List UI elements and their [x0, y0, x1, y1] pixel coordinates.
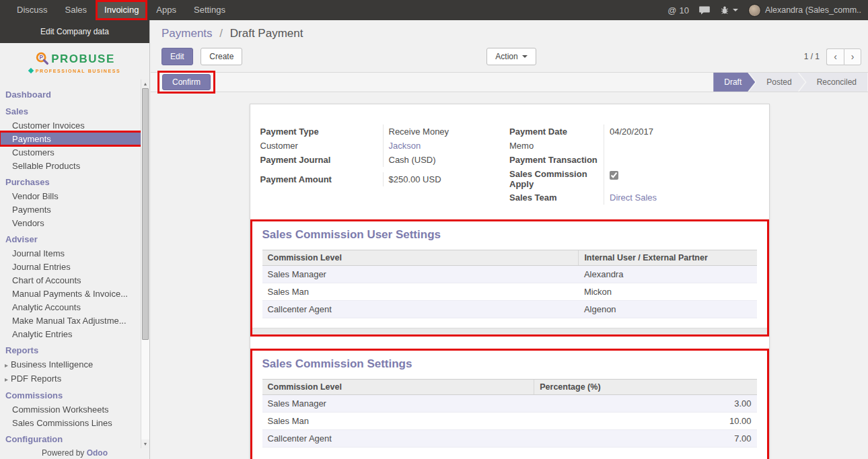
- table-row-sales-manager[interactable]: Sales Manager3.00: [262, 395, 757, 413]
- sales-commission-apply-checkbox[interactable]: [610, 171, 618, 180]
- sidebar-item-manual-payments-invoice[interactable]: Manual Payments & Invoice...: [0, 287, 141, 300]
- link-jackson[interactable]: Jackson: [389, 141, 421, 151]
- sidebar-nav: DashboardSalesCustomer InvoicesPaymentsC…: [0, 81, 141, 446]
- at-icon: @: [667, 5, 676, 15]
- link-direct-sales[interactable]: Direct Sales: [610, 192, 657, 203]
- field-label-sales-commission-apply: Sales Commission Apply: [509, 167, 604, 190]
- table-row-sales-manager[interactable]: Sales ManagerAlexandra: [262, 266, 757, 283]
- menu-invoicing[interactable]: Invoicing: [96, 0, 147, 20]
- sidebar-item-pdf-reports[interactable]: ▸PDF Reports: [0, 372, 141, 386]
- messages-button[interactable]: [699, 6, 710, 15]
- user-menu[interactable]: Alexandra (Sales_comm..: [748, 4, 861, 17]
- sidebar-item-customer-invoices[interactable]: Customer Invoices: [0, 118, 141, 132]
- control-panel-buttons: Edit Create Action 1 / 1 ‹ ›: [161, 48, 861, 65]
- expand-caret-icon: ▸: [5, 376, 8, 383]
- sidebar-item-payments[interactable]: Payments: [0, 203, 141, 216]
- breadcrumb-current: Draft Payment: [230, 27, 303, 40]
- field-row-sales-team: Sales TeamDirect Sales: [509, 190, 759, 205]
- pager-next-button[interactable]: ›: [844, 48, 861, 65]
- sidebar-item-business-intelligence[interactable]: ▸Business Intelligence: [0, 357, 141, 372]
- powered-by: Powered by Odoo: [0, 448, 149, 458]
- sidebar-item-chart-of-accounts[interactable]: Chart of Accounts: [0, 273, 141, 287]
- table-cell: Sales Man: [262, 413, 534, 430]
- sidebar-section-sales[interactable]: Sales: [0, 104, 141, 118]
- chat-bubble-icon: [699, 6, 710, 15]
- column-header-commission-level[interactable]: Commission Level: [262, 250, 579, 266]
- sidebar-section-dashboard[interactable]: Dashboard: [0, 87, 141, 102]
- column-header-percentage[interactable]: Percentage (%): [534, 380, 757, 395]
- field-row-payment-transaction: Payment Transaction: [509, 153, 759, 167]
- action-dropdown[interactable]: Action: [486, 48, 536, 65]
- odoo-link[interactable]: Odoo: [87, 448, 108, 458]
- table-cell: Sales Manager: [262, 266, 579, 283]
- sidebar-section-reports[interactable]: Reports: [0, 343, 141, 357]
- column-header-internal-user-external-partner[interactable]: Internal User / External Partner: [579, 250, 757, 266]
- cp-left-buttons: Edit Create: [161, 48, 242, 65]
- sidebar-section-commissions[interactable]: Commissions: [0, 388, 141, 402]
- nav-label: Business Intelligence: [11, 359, 93, 369]
- pager: 1 / 1 ‹ ›: [804, 48, 861, 65]
- nav-label: Dashboard: [5, 90, 51, 100]
- sidebar-section-configuration[interactable]: Configuration: [0, 432, 141, 446]
- confirm-annotation-box: Confirm: [157, 71, 215, 94]
- sidebar-item-make-manual-tax-adjustme[interactable]: Make Manual Tax Adjustme...: [0, 314, 141, 327]
- sidebar-section-adviser[interactable]: Adviser: [0, 232, 141, 246]
- sidebar-item-analytic-entries[interactable]: Analytic Entries: [0, 327, 141, 341]
- scroll-up-button[interactable]: ▲: [141, 79, 149, 88]
- sidebar-section-purchases[interactable]: Purchases: [0, 175, 141, 189]
- cube-icon: [28, 68, 34, 73]
- sidebar-item-analytic-accounts[interactable]: Analytic Accounts: [0, 300, 141, 314]
- nav-label: Sales Commissions Lines: [12, 418, 112, 428]
- field-row-payment-journal: Payment JournalCash (USD): [260, 153, 510, 167]
- sidebar-item-vendor-bills[interactable]: Vendor Bills: [0, 189, 141, 203]
- create-button[interactable]: Create: [201, 48, 242, 65]
- pager-previous-button[interactable]: ‹: [826, 48, 844, 65]
- avatar: [748, 4, 761, 17]
- menu-apps[interactable]: Apps: [147, 0, 185, 20]
- field-label-payment-journal: Payment Journal: [260, 153, 383, 167]
- field-value-payment-amount: $250.00 USD: [383, 172, 510, 186]
- edit-button[interactable]: Edit: [161, 48, 193, 65]
- debug-menu[interactable]: [720, 5, 738, 15]
- table-row-sales-man[interactable]: Sales ManMickon: [262, 283, 757, 301]
- confirm-button[interactable]: Confirm: [162, 74, 211, 90]
- table-row-sales-man[interactable]: Sales Man10.00: [262, 413, 757, 430]
- user-name: Alexandra (Sales_comm..: [765, 5, 861, 15]
- sidebar-item-payments[interactable]: Payments: [0, 132, 141, 145]
- field-grid: Payment TypeReceive MoneyCustomerJackson…: [260, 125, 759, 205]
- menu-sales[interactable]: Sales: [57, 0, 96, 20]
- sidebar-item-sellable-products[interactable]: Sellable Products: [0, 159, 141, 172]
- sidebar-item-journal-entries[interactable]: Journal Entries: [0, 260, 141, 273]
- nav-label: Configuration: [5, 434, 63, 444]
- sidebar-item-sales-commissions-lines[interactable]: Sales Commissions Lines: [0, 416, 141, 429]
- mentions-counter[interactable]: @ 10: [667, 5, 689, 15]
- table-row-callcenter-agent[interactable]: Callcenter AgentAlgenon: [262, 301, 757, 318]
- commission-settings-section: Sales Commission Settings Commission Lev…: [250, 349, 769, 459]
- nav-label: Make Manual Tax Adjustme...: [12, 316, 126, 326]
- sidebar-item-customers[interactable]: Customers: [0, 145, 141, 159]
- statusbar-pipeline: DraftPostedReconciled: [713, 73, 867, 92]
- table-header-row: Commission LevelPercentage (%): [262, 380, 757, 395]
- section-title-settings: Sales Commission Settings: [262, 357, 757, 371]
- sidebar-item-journal-items[interactable]: Journal Items: [0, 246, 141, 260]
- sidebar-item-vendors[interactable]: Vendors: [0, 216, 141, 229]
- brand-tagline: PROFESSIONAL BUSINESS: [29, 69, 120, 73]
- status-draft[interactable]: Draft: [713, 73, 755, 92]
- scrollbar-thumb[interactable]: [142, 88, 149, 340]
- table-row-callcenter-agent[interactable]: Callcenter Agent7.00: [262, 430, 757, 448]
- table-cell: Mickon: [579, 283, 757, 301]
- edit-company-data-button[interactable]: Edit Company data: [0, 20, 149, 43]
- breadcrumb-payments-link[interactable]: Payments: [161, 27, 213, 40]
- field-row-payment-date: Payment Date04/20/2017: [509, 125, 759, 139]
- menu-settings[interactable]: Settings: [185, 0, 234, 20]
- status-posted[interactable]: Posted: [749, 73, 805, 92]
- menu-discuss[interactable]: Discuss: [8, 0, 57, 20]
- status-reconciled[interactable]: Reconciled: [799, 73, 867, 92]
- chevron-down-icon: [522, 55, 528, 58]
- field-value-sales-commission-apply: [604, 167, 759, 190]
- nav-label: Sellable Products: [12, 161, 80, 171]
- scroll-down-button[interactable]: ▼: [141, 439, 149, 448]
- sidebar-item-commission-worksheets[interactable]: Commission Worksheets: [0, 402, 141, 416]
- column-header-commission-level[interactable]: Commission Level: [262, 380, 534, 395]
- nav-label: Customers: [12, 147, 55, 157]
